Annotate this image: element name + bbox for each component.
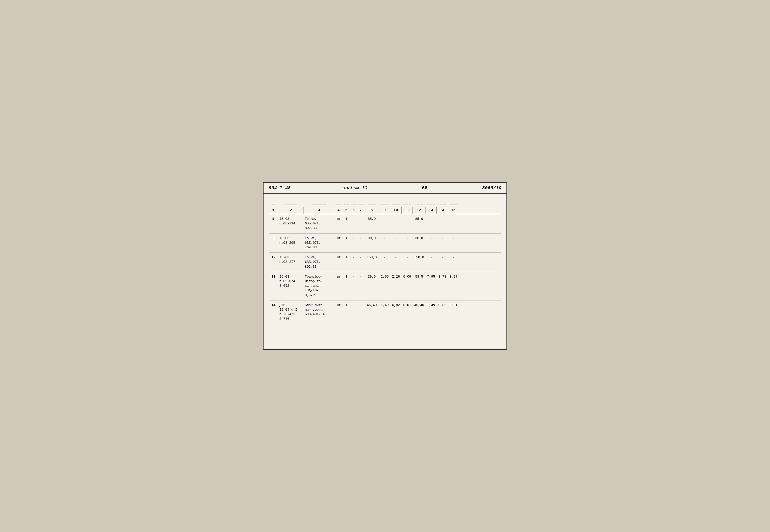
row-4-col-12: 46,40: [413, 303, 425, 308]
col-header-1: 1: [269, 207, 278, 214]
header-center: альбом 10: [343, 185, 367, 191]
row-1-col-1: Н: [269, 236, 278, 241]
row-2-col-10: -: [390, 255, 402, 260]
row-0-col-10: -: [390, 216, 402, 222]
col-header-9: 9: [379, 207, 390, 214]
col-header-7: 7: [357, 207, 364, 214]
row-1-col-15: -: [448, 236, 459, 241]
row-1-col-6: -: [350, 236, 357, 241]
table-row: I2I5-03п.08-2I7То же,6ВБ.07I.80I.33штI--…: [269, 253, 501, 272]
col-header-6: 6: [350, 207, 357, 214]
row-0-col-13: -: [425, 216, 437, 222]
row-4-col-11: 0,0I: [402, 303, 413, 308]
column-headers: 1 2 3 4 5 6 7 8 9 IO II I2 I3 I4 I5: [269, 207, 501, 214]
row-2-col-1: I2: [269, 255, 278, 260]
row-3-col-14: 3,78: [437, 274, 448, 280]
row-2-col-2: I5-03п.08-2I7: [278, 255, 304, 265]
row-4-col-5: I: [343, 303, 350, 308]
row-1-col-12: 30.0: [413, 236, 425, 241]
row-2-col-4: шт: [334, 255, 343, 260]
row-1-col-5: I: [343, 236, 350, 241]
col-header-5: 5: [343, 207, 350, 214]
row-0-col-8: 85,0: [364, 216, 379, 222]
row-2-col-3: То же,6ВБ.07I.80I.33: [304, 255, 334, 270]
row-3-col-6: -: [350, 274, 357, 280]
row-1-col-14: -: [437, 236, 448, 241]
row-3-col-2: I5-03п.05-0748-6I2: [278, 274, 304, 289]
row-1-col-11: -: [402, 236, 413, 241]
row-0-col-3: То же,6ВБ.07I.802.33: [304, 216, 334, 231]
row-3-col-11: 0,09: [402, 274, 413, 280]
row-0-col-15: -: [448, 216, 459, 222]
table-row: НI5-03п.08-205То же,6ВБ.07I.769.83штI--3…: [269, 234, 501, 253]
row-4-col-8: 46,40: [364, 303, 379, 308]
separator-line: === ========= =========== ==== ==== ====…: [269, 204, 501, 206]
row-3-col-8: I9,5: [364, 274, 379, 280]
row-0-col-7: -: [357, 216, 364, 222]
row-4-col-13: I,49: [425, 303, 437, 308]
row-1-col-4: шт: [334, 236, 343, 241]
content: === ========= =========== ==== ==== ====…: [264, 194, 506, 327]
row-4-col-1: I4: [269, 303, 278, 308]
row-3-col-7: -: [357, 274, 364, 280]
header-doc-num: 8066/10: [482, 185, 501, 191]
row-3-col-10: I,26: [390, 274, 402, 280]
col-header-3: 3: [304, 207, 334, 214]
row-4-col-14: 0,82: [437, 303, 448, 308]
row-2-col-15: -: [448, 255, 459, 260]
row-4-col-3: Блок пита-ния серииБПЗ-40I-J4: [304, 303, 334, 318]
row-2-col-5: I: [343, 255, 350, 260]
page: 904-I-48 альбом 10 -68- 8066/10 === ====…: [263, 182, 507, 350]
col-header-11: II: [402, 207, 413, 214]
col-header-8: 8: [364, 207, 379, 214]
row-0-col-14: -: [437, 216, 448, 222]
row-2-col-9: -: [379, 255, 390, 260]
row-0-col-11: -: [402, 216, 413, 222]
row-4-col-10: C,82: [390, 303, 402, 308]
col-header-12: I2: [413, 207, 425, 214]
row-3-col-1: I3: [269, 274, 278, 280]
rows-container: ЮI5-03п.08-I94То же,6ВБ.07I.802.33штI--8…: [269, 214, 501, 324]
row-4-col-2: ДI5I5-04 ч.Iп.I3-4728-746: [278, 303, 304, 322]
row-3-col-9: 2,65: [379, 274, 390, 280]
row-0-col-5: I: [343, 216, 350, 222]
row-3-col-5: 3: [343, 274, 350, 280]
table-row: ЮI5-03п.08-I94То же,6ВБ.07I.802.33штI--8…: [269, 214, 501, 234]
row-0-col-9: -: [379, 216, 390, 222]
row-0-col-6: -: [350, 216, 357, 222]
row-3-col-15: 0,27: [448, 274, 459, 280]
row-1-col-10: -: [390, 236, 402, 241]
row-4-col-15: 0,0I: [448, 303, 459, 308]
col-header-15: I5: [448, 207, 459, 214]
row-2-col-7: -: [357, 255, 364, 260]
row-4-col-6: -: [350, 303, 357, 308]
header-album: альбом 10: [343, 185, 367, 191]
table-row: I3I5-03п.05-0748-6I2Трансфор-матор то-ка…: [269, 272, 501, 300]
row-4-col-4: шт: [334, 303, 343, 308]
row-2-col-13: -: [425, 255, 437, 260]
col-header-4: 4: [334, 207, 343, 214]
row-2-col-12: I50,0: [413, 255, 425, 260]
row-2-col-8: I50,0: [364, 255, 379, 260]
header-title: 904-I-48: [269, 185, 291, 191]
row-0-col-2: I5-03п.08-I94: [278, 216, 304, 226]
row-1-col-7: -: [357, 236, 364, 241]
row-0-col-1: Ю: [269, 216, 278, 222]
col-header-2: 2: [278, 207, 304, 214]
row-1-col-8: 30,0: [364, 236, 379, 241]
header-page-num: -68-: [419, 185, 430, 191]
row-1-col-3: То же,6ВБ.07I.769.83: [304, 236, 334, 251]
row-1-col-13: -: [425, 236, 437, 241]
row-1-col-2: I5-03п.08-205: [278, 236, 304, 246]
row-2-col-11: -: [402, 255, 413, 260]
row-4-col-9: I,49: [379, 303, 390, 308]
row-3-col-13: 7,95: [425, 274, 437, 280]
row-3-col-4: шт: [334, 274, 343, 280]
col-header-13: I3: [425, 207, 437, 214]
row-2-col-14: -: [437, 255, 448, 260]
row-3-col-3: Трансфор-матор то-ка типаТПД-I0-0,5/Р: [304, 274, 334, 298]
row-1-col-9: -: [379, 236, 390, 241]
row-0-col-4: шт: [334, 216, 343, 222]
row-3-col-12: 58,5: [413, 274, 425, 280]
col-header-14: I4: [437, 207, 448, 214]
